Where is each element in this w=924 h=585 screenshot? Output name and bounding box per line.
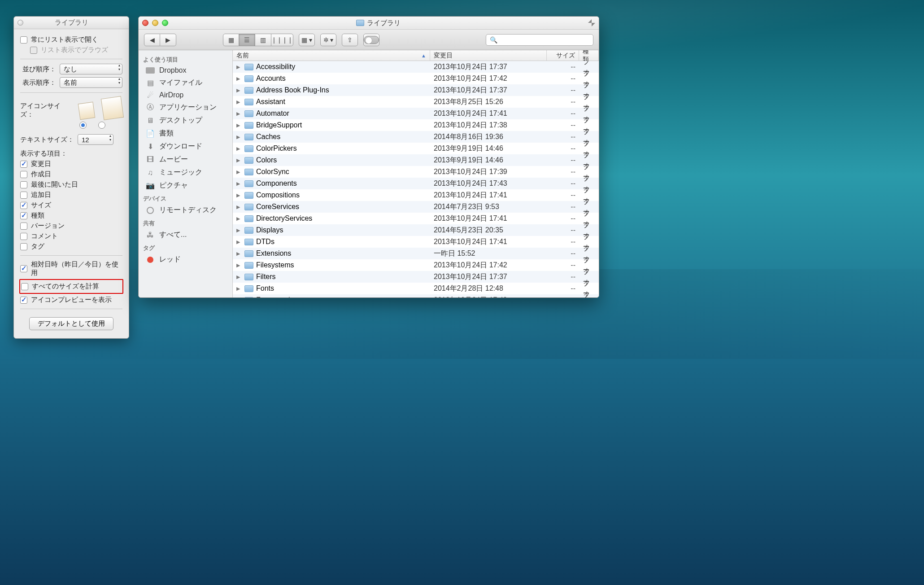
always-open-list-checkbox[interactable]: 常にリスト表示で開く bbox=[20, 35, 122, 44]
icon-view-button[interactable]: ▦ bbox=[223, 34, 239, 46]
show-column-checkbox[interactable]: サイズ bbox=[20, 201, 122, 210]
disclosure-triangle-icon[interactable]: ▶ bbox=[236, 181, 242, 187]
forward-button[interactable]: ▶ bbox=[160, 34, 176, 46]
table-row[interactable]: ▶ Assistant 2013年8月25日 15:26 -- フォ bbox=[233, 96, 599, 108]
minimize-icon[interactable] bbox=[152, 20, 158, 26]
table-row[interactable]: ▶ BridgeSupport 2013年10月24日 17:38 -- フォ bbox=[233, 119, 599, 131]
file-date: 2013年10月24日 17:41 bbox=[430, 237, 547, 247]
list-view-button[interactable]: ☰ bbox=[239, 34, 255, 46]
show-column-checkbox[interactable]: 変更日 bbox=[20, 160, 122, 168]
disclosure-triangle-icon[interactable]: ▶ bbox=[236, 157, 242, 163]
column-size[interactable]: サイズ bbox=[547, 50, 579, 61]
close-icon[interactable] bbox=[17, 20, 23, 26]
sidebar-item[interactable]: 📄書類 bbox=[139, 127, 232, 140]
close-icon[interactable] bbox=[142, 20, 148, 26]
back-button[interactable]: ◀ bbox=[144, 34, 160, 46]
disclosure-triangle-icon[interactable]: ▶ bbox=[236, 146, 242, 152]
sidebar-item[interactable]: 🖥デスクトップ bbox=[139, 114, 232, 127]
disclosure-triangle-icon[interactable]: ▶ bbox=[236, 251, 242, 257]
sidebar-item-label: AirDrop bbox=[159, 91, 183, 99]
disclosure-triangle-icon[interactable]: ▶ bbox=[236, 262, 242, 268]
fullscreen-icon[interactable] bbox=[588, 19, 595, 26]
sort-by-select[interactable]: なし bbox=[60, 64, 122, 74]
table-row[interactable]: ▶ Compositions 2013年10月24日 17:41 -- フォ bbox=[233, 189, 599, 201]
sidebar-item[interactable]: ⬇ダウンロード bbox=[139, 140, 232, 153]
sidebar-item[interactable]: Ⓐアプリケーション bbox=[139, 101, 232, 114]
text-size-select[interactable]: 12 bbox=[78, 134, 113, 145]
show-column-checkbox[interactable]: タグ bbox=[20, 242, 122, 251]
table-row[interactable]: ▶ Extensions 一昨日 15:52 -- フォ bbox=[233, 248, 599, 259]
table-row[interactable]: ▶ Frameworks 2013年10月24日 17:49 -- フォ bbox=[233, 294, 599, 297]
table-row[interactable]: ▶ CoreServices 2014年7月23日 9:53 -- フォ bbox=[233, 201, 599, 213]
show-column-checkbox[interactable]: バージョン bbox=[20, 222, 122, 230]
disclosure-triangle-icon[interactable]: ▶ bbox=[236, 134, 242, 140]
column-date[interactable]: 変更日 bbox=[430, 50, 547, 61]
disclosure-triangle-icon[interactable]: ▶ bbox=[236, 274, 242, 280]
sidebar-item[interactable]: ▤マイファイル bbox=[139, 76, 232, 89]
show-column-checkbox[interactable]: 追加日 bbox=[20, 191, 122, 199]
disclosure-triangle-icon[interactable]: ▶ bbox=[236, 286, 242, 292]
sidebar-item[interactable]: ♫ミュージック bbox=[139, 166, 232, 179]
action-button[interactable]: ✲ ▾ bbox=[320, 34, 336, 46]
show-column-checkbox[interactable]: コメント bbox=[20, 232, 122, 240]
table-row[interactable]: ▶ ColorPickers 2013年9月19日 14:46 -- フォ bbox=[233, 143, 599, 154]
disclosure-triangle-icon[interactable]: ▶ bbox=[236, 99, 242, 105]
table-row[interactable]: ▶ Caches 2014年8月16日 19:36 -- フォ bbox=[233, 131, 599, 143]
disclosure-triangle-icon[interactable]: ▶ bbox=[236, 111, 242, 117]
sidebar-item[interactable]: 📷ピクチャ bbox=[139, 179, 232, 192]
show-column-checkbox[interactable]: 種類 bbox=[20, 211, 122, 220]
use-as-defaults-button[interactable]: デフォルトとして使用 bbox=[29, 317, 113, 330]
disclosure-triangle-icon[interactable]: ▶ bbox=[236, 204, 242, 210]
disclosure-triangle-icon[interactable]: ▶ bbox=[236, 122, 242, 128]
finder-titlebar[interactable]: ライブラリ bbox=[139, 17, 599, 30]
share-button[interactable]: ⇪ bbox=[342, 34, 358, 46]
arrange-by-select[interactable]: 名前 bbox=[60, 77, 122, 88]
show-icon-preview-checkbox[interactable]: アイコンプレビューを表示 bbox=[20, 296, 122, 304]
table-row[interactable]: ▶ DirectoryServices 2013年10月24日 17:41 --… bbox=[233, 213, 599, 224]
disclosure-triangle-icon[interactable]: ▶ bbox=[236, 64, 242, 70]
column-headers[interactable]: 名前 ▲ 変更日 サイズ 種類 bbox=[233, 50, 599, 61]
table-row[interactable]: ▶ Filesystems 2013年10月24日 17:42 -- フォ bbox=[233, 259, 599, 271]
table-row[interactable]: ▶ Filters 2013年10月24日 17:37 -- フォ bbox=[233, 271, 599, 283]
column-kind[interactable]: 種類 bbox=[579, 50, 599, 61]
calculate-all-sizes-checkbox[interactable]: すべてのサイズを計算 bbox=[21, 282, 122, 291]
sidebar-item[interactable]: Dropbox bbox=[139, 65, 232, 76]
arrange-button[interactable]: ▦ ▾ bbox=[299, 34, 315, 46]
table-row[interactable]: ▶ Accessibility 2013年10月24日 17:37 -- フォ bbox=[233, 61, 599, 73]
table-row[interactable]: ▶ DTDs 2013年10月24日 17:41 -- フォ bbox=[233, 236, 599, 248]
table-row[interactable]: ▶ ColorSync 2013年10月24日 17:39 -- フォ bbox=[233, 166, 599, 178]
disclosure-triangle-icon[interactable]: ▶ bbox=[236, 239, 242, 245]
icon-size-large-radio[interactable] bbox=[98, 122, 105, 129]
sidebar-item[interactable]: リモートディスク bbox=[139, 204, 232, 217]
show-column-checkbox[interactable]: 作成日 bbox=[20, 170, 122, 179]
show-column-checkbox[interactable]: 最後に開いた日 bbox=[20, 180, 122, 189]
disclosure-triangle-icon[interactable]: ▶ bbox=[236, 227, 242, 233]
sidebar-item[interactable]: レッド bbox=[139, 253, 232, 266]
table-row[interactable]: ▶ Accounts 2013年10月24日 17:42 -- フォ bbox=[233, 73, 599, 84]
search-input[interactable]: 🔍 bbox=[486, 34, 593, 46]
tags-button[interactable] bbox=[363, 34, 379, 46]
disclosure-triangle-icon[interactable]: ▶ bbox=[236, 76, 242, 82]
disclosure-triangle-icon[interactable]: ▶ bbox=[236, 87, 242, 93]
disclosure-triangle-icon[interactable]: ▶ bbox=[236, 297, 242, 298]
table-row[interactable]: ▶ Automator 2013年10月24日 17:41 -- フォ bbox=[233, 108, 599, 119]
coverflow-view-button[interactable]: ❘❘❘❘ bbox=[271, 34, 293, 46]
sidebar-item[interactable]: 🎞ムービー bbox=[139, 153, 232, 166]
column-view-button[interactable]: ▥ bbox=[255, 34, 271, 46]
table-row[interactable]: ▶ Fonts 2014年2月28日 12:48 -- フォ bbox=[233, 283, 599, 294]
disclosure-triangle-icon[interactable]: ▶ bbox=[236, 169, 242, 175]
table-row[interactable]: ▶ Displays 2014年5月23日 20:35 -- フォ bbox=[233, 224, 599, 236]
zoom-icon[interactable] bbox=[162, 20, 168, 26]
table-row[interactable]: ▶ Components 2013年10月24日 17:43 -- フォ bbox=[233, 178, 599, 189]
table-row[interactable]: ▶ Address Book Plug-Ins 2013年10月24日 17:3… bbox=[233, 84, 599, 96]
relative-dates-checkbox[interactable]: 相対日時（昨日／今日）を使用 bbox=[20, 260, 122, 277]
file-date: 2014年2月28日 12:48 bbox=[430, 284, 547, 293]
column-name[interactable]: 名前 ▲ bbox=[233, 50, 430, 61]
disclosure-triangle-icon[interactable]: ▶ bbox=[236, 192, 242, 198]
table-row[interactable]: ▶ Colors 2013年9月19日 14:46 -- フォ bbox=[233, 154, 599, 166]
panel-titlebar[interactable]: ライブラリ bbox=[14, 17, 129, 29]
disclosure-triangle-icon[interactable]: ▶ bbox=[236, 216, 242, 222]
icon-size-small-radio[interactable] bbox=[79, 122, 87, 129]
sidebar-item[interactable]: 🖧すべて... bbox=[139, 228, 232, 241]
sidebar-item[interactable]: ☄AirDrop bbox=[139, 89, 232, 101]
